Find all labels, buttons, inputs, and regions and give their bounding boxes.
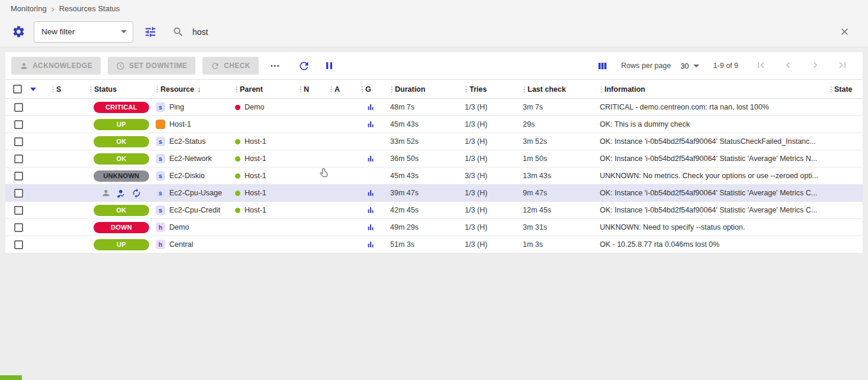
row-checkbox[interactable] [14,223,23,232]
column-drag-handle[interactable]: ⋮ [462,85,470,94]
status-badge: UP [94,239,149,250]
column-drag-handle[interactable]: ⋮ [388,85,395,94]
first-page-icon[interactable] [754,58,768,74]
acknowledge-button[interactable]: ACKNOWLEDGE [11,57,101,75]
graph-icon[interactable] [367,240,375,249]
set-downtime-label: SET DOWNTIME [129,62,187,70]
graph-icon[interactable] [367,154,375,163]
row-checkbox[interactable] [14,240,23,249]
row-checkbox[interactable] [14,189,23,198]
column-drag-handle[interactable]: ⋮ [827,85,834,94]
graph-icon[interactable] [367,103,375,111]
column-header-parent[interactable]: Parent [240,85,263,94]
column-drag-handle[interactable]: ⋮ [358,85,365,94]
downtime-sync-icon [131,188,142,198]
previous-page-icon[interactable] [781,58,795,74]
resource-name: Ec2-Cpu-Usage [169,189,222,197]
table-row[interactable]: UNKNOWN s Ec2-Diskio Host-1 45m 43s 3/3 … [5,168,863,185]
columns-settings-icon[interactable] [594,58,610,74]
table-row[interactable]: UP Host-1 45m 43s 1/3 (H) 29s OK: This i [5,116,863,133]
resource-type-icon: s [156,137,165,146]
status-badge: OK [94,136,149,147]
select-all-checkbox[interactable] [13,85,22,94]
column-drag-handle[interactable]: ⋮ [327,85,335,94]
status-cell: OK [87,136,153,147]
acknowledged-icon [116,188,126,198]
column-header-notes[interactable]: N [304,85,309,94]
column-drag-handle[interactable]: ⋮ [233,85,240,94]
tries-cell: 1/3 (H) [462,206,520,214]
resource-cell: h Central [153,240,233,249]
person-icon [101,188,111,198]
column-drag-handle[interactable]: ⋮ [49,85,56,94]
search-icon [172,26,184,38]
next-page-icon[interactable] [808,58,822,74]
row-checkbox[interactable] [14,103,23,112]
parent-status-dot [235,139,240,144]
column-drag-handle[interactable]: ⋮ [297,85,304,94]
parent-status-dot [235,156,240,162]
column-header-information[interactable]: Information [605,85,645,94]
row-checkbox[interactable] [14,172,23,181]
clear-search-icon[interactable] [837,24,853,40]
row-checkbox[interactable] [14,206,23,215]
set-downtime-button[interactable]: SET DOWNTIME [108,57,195,75]
parent-name: Host-1 [245,137,266,146]
resource-cell: s Ec2-Diskio [153,171,233,181]
parent-status-dot [235,173,240,179]
column-header-graph[interactable]: G [365,85,371,94]
check-button[interactable]: CHECK [202,57,259,75]
column-header-duration[interactable]: Duration [395,85,425,94]
refresh-list-icon[interactable] [295,57,313,75]
information-cell: UNKNOWN: No metrics. Check your options … [597,172,827,180]
pagination-controls: Rows per page 30 1-9 of 9 [594,58,857,74]
row-checkbox[interactable] [14,154,23,163]
settings-gear-icon[interactable] [9,22,28,41]
table-row[interactable]: OK s Ec2-Cpu-Credit Host-1 42m 45s 1/3 (… [5,202,863,219]
resource-type-icon: s [156,205,165,215]
table-row[interactable]: OK s Ec2-Network Host-1 36m 50s 1/3 (H) … [5,150,863,168]
selection-menu-caret-icon[interactable] [30,88,36,91]
information-cell: OK: Instance 'i-0b54bd2f54af90064' Stati… [597,154,827,163]
breadcrumb-monitoring[interactable]: Monitoring [11,4,47,13]
table-row[interactable]: OK s Ec2-Status Host-1 33m 52s 1/3 (H) 3… [5,133,863,150]
row-checkbox[interactable] [14,120,23,129]
filter-tune-icon[interactable] [142,23,159,41]
resource-type-icon: s [156,102,165,112]
sort-desc-icon[interactable]: ↓ [197,85,201,94]
column-header-last-check[interactable]: Last check [528,85,566,94]
column-drag-handle[interactable]: ⋮ [597,85,605,94]
saved-filter-select[interactable]: New filter [34,21,133,43]
rows-per-page-select[interactable]: 30 [680,62,699,70]
column-drag-handle[interactable]: ⋮ [153,85,160,94]
last-check-cell: 3m 52s [520,137,597,146]
column-drag-handle[interactable]: ⋮ [520,85,528,94]
table-row[interactable]: s Ec2-Cpu-Usage Host-1 39m 47s 1/3 (H) 9… [5,185,863,202]
more-actions-button[interactable]: ••• [266,59,285,73]
graph-icon[interactable] [367,120,375,128]
duration-cell: 45m 43s [388,120,462,128]
breadcrumb-resources-status[interactable]: Resources Status [59,4,120,13]
column-header-action[interactable]: A [335,85,340,94]
pause-autorefresh-icon[interactable] [321,57,337,74]
column-header-status[interactable]: Status [94,85,117,94]
table-row[interactable]: UP h Central 51m 3s 1/3 (H) 1m 3s OK - 1… [5,236,863,253]
column-header-severity[interactable]: S [56,85,61,94]
table-row[interactable]: CRITICAL s Ping Demo 48m 7s 1/3 (H) 3m 7… [5,99,863,116]
status-badge: DOWN [94,222,149,233]
row-checkbox[interactable] [14,137,23,146]
graph-icon[interactable] [367,223,375,231]
column-drag-handle[interactable]: ⋮ [87,85,94,94]
graph-icon[interactable] [367,206,375,214]
column-header-state[interactable]: State [834,85,853,94]
last-page-icon[interactable] [835,58,850,74]
tries-cell: 3/3 (H) [462,172,520,180]
graph-cell [358,206,388,214]
graph-icon[interactable] [367,189,375,197]
search-input[interactable] [192,27,548,37]
column-header-tries[interactable]: Tries [470,85,487,94]
column-header-resource[interactable]: Resource [160,85,194,94]
duration-cell: 36m 50s [388,154,462,163]
table-row[interactable]: DOWN h Demo 49m 29s 1/3 (H) 3m 31s UNKNO… [5,219,863,236]
check-label: CHECK [224,62,250,70]
